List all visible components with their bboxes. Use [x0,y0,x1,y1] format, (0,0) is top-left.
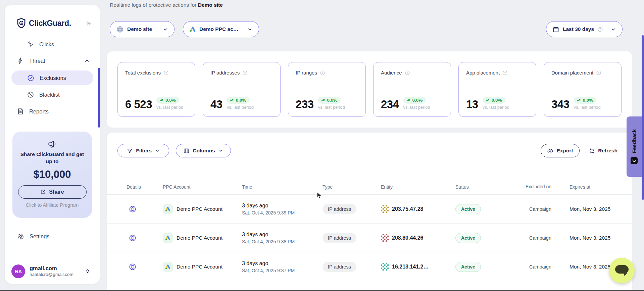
sidebar-item-threat[interactable]: Threat [5,53,100,68]
table-row[interactable]: Demo PPC Account 3 days agoSat, Oct 4, 2… [107,195,632,224]
table-row[interactable]: Demo PPC Account 3 days agoSat, Oct 4, 2… [107,224,632,252]
sidebar-nav: Clicks Threat Exclusions [5,37,100,119]
sidebar-scrollbar-thumb[interactable] [98,68,100,128]
table-row-partial[interactable]: 3 days ago [107,281,632,291]
stat-caption: vs. last period [227,105,254,110]
ppc-account-selector-value: Demo PPC ac… [199,26,238,32]
table-row[interactable]: Demo PPC Account 3 days agoSat, Oct 4, 2… [107,252,632,281]
feedback-tab[interactable]: Feedback [627,116,642,177]
sidebar-item-clicks[interactable]: Clicks [5,37,100,52]
cursor-click-icon [27,41,34,48]
sidebar-item-label: Blacklist [39,92,60,98]
feedback-smiley-icon [631,157,638,164]
sidebar-item-label: Exclusions [40,75,66,81]
type-badge: IP address [323,262,356,272]
col-header-type: Type [323,184,381,190]
sidebar-collapse-icon[interactable] [85,19,93,27]
status-badge: Active [455,262,481,272]
delta-badge: 0.0% [483,97,505,104]
excluded-on-value: Campaign [523,264,569,270]
excluded-on-value: Campaign [523,235,569,241]
col-header-expires-at: Expires at [569,184,632,190]
stat-value: 43 [210,99,222,110]
site-selector[interactable]: Demo site [110,21,175,37]
time-absolute: Sat, Oct 4, 2025 9:37 PM [242,268,323,273]
stat-caption: vs. last period [318,105,345,110]
stats-panel: Total exclusions 6 523 0.0%vs. last peri… [107,51,632,128]
google-ads-icon [163,233,173,243]
columns-button[interactable]: Columns [176,144,231,157]
share-button[interactable]: Share [18,185,87,199]
stat-value: 234 [381,99,399,110]
user-email: naatali.ro@gmail.com [30,272,73,278]
stat-card-ip-ranges: IP ranges 233 0.0%vs. last period [288,62,366,117]
affiliate-promo-card: Share ClickGuard and get up to $10,000 S… [12,132,92,218]
stat-title: IP addresses [210,70,240,76]
refresh-label: Refresh [598,148,617,154]
stat-value: 343 [551,99,569,110]
refresh-button[interactable]: Refresh [586,144,621,157]
trend-up-icon [577,98,581,103]
expires-at-value: Mon, Nov 3, 2025 [569,206,632,212]
type-badge: IP address [323,204,356,214]
table-body: Demo PPC Account 3 days agoSat, Oct 4, 2… [107,195,632,291]
sidebar-item-blacklist[interactable]: Blacklist [5,87,100,102]
chevron-down-icon [610,27,616,32]
refresh-icon [589,148,595,154]
chevron-down-icon [155,148,160,153]
col-header-entity: Entity [381,184,455,190]
view-details-icon[interactable] [129,205,163,213]
columns-icon [183,148,190,154]
trend-up-icon [321,98,326,103]
time-absolute: Sat, Oct 4, 2025 9:38 PM [242,239,323,244]
delta-badge: 0.0% [403,97,426,104]
stat-title: Domain placement [551,70,593,76]
affiliate-link[interactable]: Click to Affiliate Program [12,202,92,208]
page-scrollbar-thumb[interactable] [642,35,644,200]
promo-amount: $10,000 [12,168,92,181]
view-details-icon[interactable] [129,234,163,242]
view-details-icon[interactable] [129,263,163,271]
sidebar-item-label: Clicks [39,41,54,48]
calendar-icon [552,26,559,33]
subtitle-text: Realtime logs of protective actions for [110,2,196,8]
identicon [381,205,389,213]
export-label: Export [556,148,573,154]
sidebar-item-exclusions[interactable]: Exclusions [11,70,93,85]
cloud-download-icon [547,148,553,154]
stat-caption: vs. last period [403,105,430,110]
stat-title: Audience [381,70,402,76]
google-ads-icon [163,262,173,272]
col-header-status: Status [455,184,523,190]
help-icon[interactable] [163,70,169,76]
export-button[interactable]: Export [541,144,580,157]
filters-button[interactable]: Filters [117,144,169,157]
stat-caption: vs. last period [574,105,601,110]
help-icon[interactable] [405,70,410,76]
sidebar-item-settings[interactable]: Settings [5,229,100,244]
entity-value: 16.213.141.2… [392,264,429,270]
delta-badge: 0.0% [156,97,179,104]
sidebar: ClickGuard. Clicks Threat [5,5,100,284]
document-icon [17,108,24,115]
stat-title: IP ranges [296,70,317,76]
sidebar-divider [14,256,91,256]
help-icon[interactable] [502,70,508,76]
stat-value: 233 [296,99,314,110]
trend-up-icon [406,98,411,103]
delta-badge: 0.0% [318,97,341,104]
help-icon[interactable] [242,70,248,76]
chat-launcher-button[interactable] [609,258,635,283]
sidebar-item-reports[interactable]: Reports [5,104,100,119]
identicon [381,234,389,242]
avatar: NA [11,264,25,278]
help-icon[interactable] [596,70,601,76]
stat-card-ip-addresses: IP addresses 43 0.0%vs. last period [203,62,281,117]
account-switcher[interactable]: NA gmail.com naatali.ro@gmail.com [11,263,95,279]
date-range-selector[interactable]: Last 30 days [546,21,623,37]
help-icon[interactable] [320,70,325,76]
stat-value: 13 [466,99,478,110]
ppc-account-selector[interactable]: Demo PPC ac… [183,21,259,37]
time-relative: 3 days ago [242,203,323,209]
entity-value: 208.80.44.26 [392,235,423,241]
